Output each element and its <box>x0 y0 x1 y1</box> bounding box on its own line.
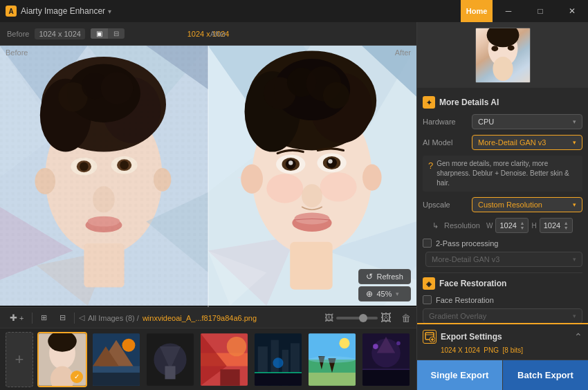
height-arrows[interactable]: ▲▼ <box>564 221 569 230</box>
filmstrip-item-1[interactable]: ✓ <box>37 332 87 387</box>
width-label: W <box>486 222 493 230</box>
hardware-select[interactable]: CPU ▾ <box>472 114 582 129</box>
file-path: ◁ All Images (8) / winxvideoai_A_...f817… <box>79 313 257 322</box>
zoom-thumb[interactable] <box>359 314 367 322</box>
more-details-section-header: ✦ More Details AI <box>423 96 582 109</box>
resolution-inputs: W 1024 ▲▼ H 1024 ▲▼ <box>486 218 582 233</box>
title-arrow: ▾ <box>108 8 111 15</box>
window-controls: Home ─ □ ✕ <box>461 0 588 22</box>
svg-rect-83 <box>220 369 239 386</box>
compare-split-btn[interactable]: ▣ <box>91 28 108 39</box>
upscale-chevron-icon: ▾ <box>573 201 576 208</box>
export-buttons: Single Export Batch Export <box>417 360 588 390</box>
hardware-chevron-icon: ▾ <box>573 118 576 125</box>
canvas-divider <box>208 46 209 307</box>
svg-point-62 <box>362 165 382 191</box>
height-input[interactable]: 1024 ▲▼ <box>540 218 573 233</box>
export-title: Export Settings <box>441 332 502 342</box>
face-restore-row: Face Restoration <box>423 295 582 304</box>
compare-side-btn[interactable]: ⊟ <box>108 28 125 39</box>
face-chevron-icon: ▾ <box>573 313 576 319</box>
delete-button[interactable]: 🗑 <box>401 313 411 324</box>
face-section-header: ◈ Face Restoration <box>423 277 582 290</box>
export-header: Export Settings ⌃ <box>423 330 582 344</box>
single-export-button[interactable]: Single Export <box>417 360 502 390</box>
canvas-overlay: ↺ Refresh ⊕ 45% ▾ <box>358 269 411 301</box>
compare-toggle[interactable]: ▣ ⊟ <box>91 28 125 39</box>
filmstrip-item-5[interactable] <box>253 332 303 387</box>
batch-export-button[interactable]: Batch Export <box>502 360 588 390</box>
export-depth: [8 bits] <box>503 346 523 354</box>
svg-point-108 <box>491 46 498 51</box>
ai-model-info: ? Gen more details, more clarity, more s… <box>423 156 582 192</box>
list-icon: ⊟ <box>59 313 66 322</box>
two-pass-select-row: More-Detail GAN v3 ▾ <box>423 252 582 267</box>
ai-model-chevron-icon: ▾ <box>573 139 576 146</box>
face-icon: ◈ <box>423 277 435 290</box>
resolution-label: Resolution <box>444 221 482 230</box>
face-restore-label: Face Restoration <box>436 296 494 304</box>
svg-point-39 <box>266 174 303 203</box>
filmstrip-item-4[interactable] <box>199 332 249 387</box>
svg-point-56 <box>328 159 332 163</box>
filmstrip-item-6[interactable] <box>307 332 357 387</box>
upscale-select[interactable]: Custom Resolution ▾ <box>472 197 582 212</box>
minimize-button[interactable]: ─ <box>493 0 524 22</box>
svg-point-61 <box>241 165 263 194</box>
upscale-row: Upscale Custom Resolution ▾ <box>423 197 582 212</box>
zoom-button[interactable]: ⊕ 45% ▾ <box>358 286 411 301</box>
width-input[interactable]: 1024 ▲▼ <box>495 218 529 233</box>
canvas-area: Before After ↺ Refresh ⊕ 45% ▾ <box>0 46 416 307</box>
svg-point-40 <box>320 172 357 201</box>
filmstrip-item-7[interactable] <box>361 332 411 387</box>
add-files-button[interactable]: ✚ + <box>6 311 28 324</box>
ai-model-select[interactable]: More-Detail GAN v3 ▾ <box>472 135 582 150</box>
face-select-row: Gradient Overlay ▾ <box>423 308 582 323</box>
svg-point-52 <box>288 160 293 165</box>
refresh-button[interactable]: ↺ Refresh <box>358 269 411 284</box>
two-pass-label: 2-Pass processing <box>436 239 499 248</box>
list-view-button[interactable]: ⊟ <box>55 312 70 324</box>
svg-point-48 <box>323 82 349 109</box>
maximize-button[interactable]: □ <box>524 0 556 22</box>
refresh-icon: ↺ <box>366 272 373 281</box>
svg-rect-97 <box>309 372 356 385</box>
hardware-label: Hardware <box>423 118 468 126</box>
width-arrows[interactable]: ▲▼ <box>520 221 525 230</box>
main-layout: Before 1024 x 1024 ▣ ⊟ 1024 x 1024 After <box>0 22 588 390</box>
filmstrip-add-button[interactable]: + <box>6 332 33 387</box>
canvas-after <box>208 46 416 306</box>
path-back-icon: ◁ <box>79 313 84 322</box>
canvas-toolbar: Before 1024 x 1024 ▣ ⊟ 1024 x 1024 After <box>0 22 416 46</box>
svg-point-109 <box>507 45 514 50</box>
filename: winxvideoai_A_...f8179a84a6.png <box>143 314 257 322</box>
ai-model-label: AI Model <box>423 138 468 147</box>
svg-point-73 <box>122 338 136 351</box>
right-panel: ✦ More Details AI Hardware CPU ▾ AI Mode… <box>416 22 588 390</box>
svg-point-111 <box>493 56 513 80</box>
info-icon: ? <box>428 160 433 188</box>
upscale-label: Upscale <box>423 201 468 209</box>
export-sub-info: 1024 X 1024 PNG [8 bits] <box>423 346 582 354</box>
canvas-before <box>0 46 208 306</box>
corner-icon: ↳ <box>432 221 439 230</box>
close-button[interactable]: ✕ <box>556 0 588 22</box>
filmstrip-item-2[interactable] <box>91 332 141 387</box>
svg-point-82 <box>227 336 246 355</box>
export-icon <box>423 330 437 344</box>
zoom-dropdown-icon: ▾ <box>396 290 399 297</box>
two-pass-checkbox[interactable] <box>423 239 432 248</box>
divider-1 <box>423 272 582 273</box>
face-restore-checkbox[interactable] <box>423 295 432 304</box>
filmstrip-item-3[interactable] <box>145 332 195 387</box>
expand-button[interactable]: ⌃ <box>574 331 582 342</box>
grid-view-button[interactable]: ⊞ <box>37 312 51 324</box>
export-format: PNG <box>484 346 499 354</box>
svg-rect-60 <box>290 242 332 290</box>
svg-rect-102 <box>362 369 410 386</box>
image-large-icon: 🖼 <box>380 312 392 324</box>
ai-model-row: AI Model More-Detail GAN v3 ▾ <box>423 135 582 150</box>
zoom-slider[interactable] <box>336 317 378 319</box>
grid-icon: ⊞ <box>41 313 47 322</box>
home-button[interactable]: Home <box>461 0 493 22</box>
